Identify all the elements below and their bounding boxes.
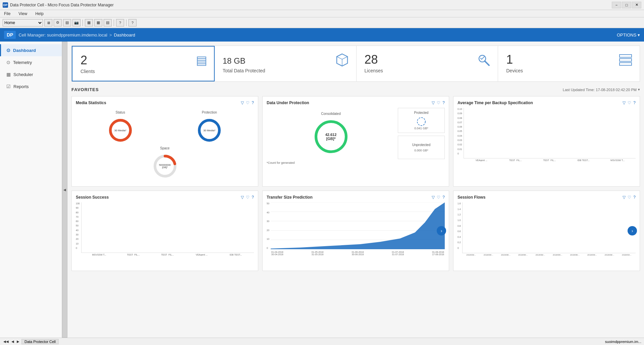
breadcrumb-manager: Cell Manager: suoimdppremium.imdemo.loca… — [18, 32, 107, 38]
minimize-button[interactable]: − — [612, 2, 621, 8]
session-y-axis: 100 90 80 70 60 50 40 30 20 10 0 — [76, 202, 81, 256]
flows-bars-container: 2018/08/... 2018/08/... 2018/08/... 2018… — [462, 202, 636, 256]
help-button[interactable]: ? — [116, 19, 124, 26]
charts-top-row: Media Statistics ▽ ♡ ? Status — [71, 96, 640, 187]
consolidated-value: 42.612 [GB]* — [322, 133, 340, 141]
chart-header-transfer: Transfer Size Prediction ▽ ♡ ? — [267, 195, 445, 200]
flows-filter-icon[interactable]: ▽ — [623, 195, 626, 200]
session-fav-icon[interactable]: ♡ — [246, 195, 250, 200]
status-donut: 30 Media* — [107, 117, 134, 144]
home-select[interactable]: Home — [3, 19, 43, 26]
session-filter-icon[interactable]: ▽ — [241, 195, 244, 200]
collapse-icon[interactable]: ▾ — [638, 87, 640, 92]
session-title: Session Success — [76, 195, 109, 200]
transfer-x-b4: 31-07-2018 — [392, 253, 404, 256]
toolbar-separator — [83, 19, 83, 26]
blue-header: DP Cell Manager: suoimdppremium.imdemo.l… — [0, 28, 644, 42]
dup-title: Data Under Protection — [267, 100, 309, 105]
last-updated: Last Updated Time: 17-08-2018 02:42:20 P… — [563, 87, 640, 92]
avg-help-icon[interactable]: ? — [633, 100, 636, 105]
avg-fav-icon[interactable]: ♡ — [628, 100, 631, 105]
transfer-fav-icon[interactable]: ♡ — [437, 195, 440, 200]
close-button[interactable]: ✕ — [632, 2, 641, 8]
status-tab[interactable]: Data Protector Cell — [21, 339, 59, 344]
nav-first-button[interactable]: ◀◀ — [3, 340, 9, 343]
nav-prev-button[interactable]: ◀ — [11, 340, 15, 343]
chart-actions-media: ▽ ♡ ? — [241, 100, 254, 105]
dup-right-panel: Protected 0.041 GB* Unprotected 0.000 GB… — [398, 108, 445, 159]
svg-rect-3 — [620, 59, 632, 61]
media-filter-icon[interactable]: ▽ — [241, 100, 244, 105]
sidebar-item-telemetry[interactable]: ⊙ Telemetry — [0, 56, 62, 68]
avg-x-label-3: TEST_FIL... — [534, 159, 565, 161]
dup-fav-icon[interactable]: ♡ — [437, 100, 440, 105]
toolbar-extra[interactable]: ? — [128, 19, 137, 26]
transfer-chart-area: 50 40 30 20 10 0 — [267, 202, 445, 256]
session-bars — [81, 202, 254, 253]
toolbar-btn-2[interactable]: ⚙ — [54, 19, 62, 26]
avg-title: Average Time per Backup Specification — [458, 100, 533, 105]
toolbar-btn-5[interactable]: ▦ — [85, 19, 93, 26]
help-menu[interactable]: Help — [34, 11, 45, 17]
chart-actions-flows: ▽ ♡ ? — [623, 195, 636, 200]
toolbar-btn-7[interactable]: ▤ — [104, 19, 112, 26]
avg-x-label-5: MSVSSW T... — [602, 159, 633, 161]
toolbar-btn-3[interactable]: ▤ — [63, 19, 71, 26]
dup-layout: Consolidated 42.612 [GB]* Protected — [267, 108, 445, 159]
breadcrumb: Cell Manager: suoimdppremium.imdemo.loca… — [18, 32, 135, 38]
restore-button[interactable]: □ — [622, 2, 631, 8]
flows-help-icon[interactable]: ? — [633, 195, 636, 200]
sidebar-item-dashboard[interactable]: ⊙ Dashboard — [0, 44, 62, 56]
transfer-x-b5: 17-08-2018 — [432, 253, 444, 256]
sidebar-item-scheduler[interactable]: ▦ Scheduler — [0, 68, 62, 80]
stat-card-clients[interactable]: 2 Clients ▤ — [72, 46, 215, 81]
unprotected-item: Unprotected 0.000 GB* — [398, 136, 445, 159]
media-fav-icon[interactable]: ♡ — [246, 100, 250, 105]
view-menu[interactable]: View — [17, 11, 29, 17]
window-controls: − □ ✕ — [612, 2, 641, 8]
stat-card-data[interactable]: 18 GB Total Data Protected — [215, 46, 357, 81]
stat-card-devices[interactable]: 1 Devices — [498, 46, 640, 81]
transfer-x-1: 01-04-2018 — [271, 251, 283, 253]
file-menu[interactable]: File — [3, 11, 12, 17]
main-layout: ⊙ Dashboard ⊙ Telemetry ▦ Scheduler ☑ Re… — [0, 42, 644, 338]
dup-filter-icon[interactable]: ▽ — [432, 100, 435, 105]
nav-next-button[interactable]: ▶ — [16, 340, 20, 343]
svg-rect-4 — [620, 63, 632, 65]
breadcrumb-current: Dashboard — [114, 32, 135, 38]
toolbar-btn-6[interactable]: ▦ — [94, 19, 102, 26]
menu-bar: File View Help — [0, 10, 644, 17]
media-help-icon[interactable]: ? — [252, 100, 254, 105]
transfer-filter-icon[interactable]: ▽ — [432, 195, 435, 200]
options-button[interactable]: OPTIONS ▾ — [617, 32, 640, 38]
dup-help-icon[interactable]: ? — [442, 100, 445, 105]
sidebar-collapse-button[interactable]: ◀ — [62, 42, 67, 338]
session-bars-container: MSVSSW T... TEST_FIL... TEST_FIL... VEAg… — [81, 202, 254, 256]
status-donut-label: Status — [116, 111, 125, 114]
transfer-y-axis: 50 40 30 20 10 0 — [267, 202, 271, 256]
dup-consolidated: Consolidated 42.612 [GB]* — [267, 108, 395, 159]
session-x-labels: MSVSSW T... TEST_FIL... TEST_FIL... VEAg… — [81, 253, 254, 256]
sidebar-label-scheduler: Scheduler — [13, 72, 33, 77]
protection-donut-label: Protection — [202, 111, 217, 114]
flows-fav-icon[interactable]: ♡ — [628, 195, 631, 200]
transfer-x-2: 01-05-2018 — [312, 251, 324, 253]
session-help-icon[interactable]: ? — [252, 195, 254, 200]
transfer-next-button[interactable]: › — [437, 226, 446, 235]
flows-y-axis: 1.6 1.4 1.2 1.0 0.8 0.6 0.4 0.2 0 — [458, 202, 462, 256]
clients-icon: ▤ — [196, 53, 207, 67]
chart-header-dup: Data Under Protection ▽ ♡ ? — [267, 100, 445, 105]
toolbar-separator-3 — [126, 19, 126, 26]
sidebar-item-reports[interactable]: ☑ Reports — [0, 80, 62, 92]
toolbar-btn-4[interactable]: 📷 — [72, 19, 80, 26]
transfer-help-icon[interactable]: ? — [442, 195, 445, 200]
avg-chart-area: 0.10 0.09 0.08 0.07 0.06 0.05 0.04 0.03 … — [458, 108, 636, 161]
data-label: Total Data Protected — [223, 68, 348, 73]
stat-card-licenses[interactable]: 28 Licenses — [357, 46, 498, 81]
window-title: Data Protector Cell - Micro Focus Data P… — [10, 3, 612, 7]
avg-filter-icon[interactable]: ▽ — [623, 100, 626, 105]
flows-next-button[interactable]: › — [628, 226, 637, 235]
avg-x-label-4: IDB TEST... — [568, 159, 599, 161]
toolbar-btn-1[interactable]: 🖥 — [44, 19, 52, 26]
favorites-title: FAVORITES — [71, 87, 99, 92]
